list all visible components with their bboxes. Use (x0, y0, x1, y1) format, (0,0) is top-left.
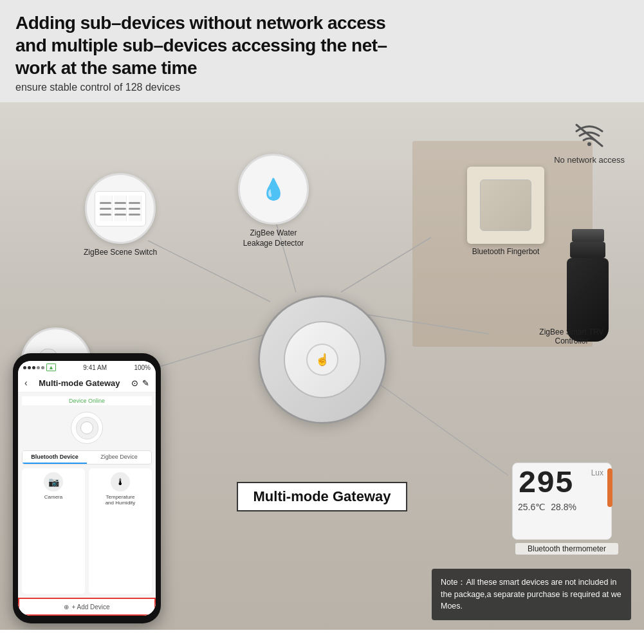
gateway-label: Multi-mode Gateway (237, 482, 408, 511)
header-title: Adding sub–devices without network acces… (15, 12, 629, 79)
no-network-badge: No network access (554, 122, 625, 165)
phone-device-card-camera: 📷 Camera (22, 468, 85, 594)
scene-switch-node: ZigBee Scene Switch (84, 173, 157, 258)
phone-gateway-icon (71, 412, 103, 444)
therm-humidity: 28.8% (551, 502, 576, 512)
wifi-indicator: ▲ (46, 363, 56, 371)
gateway-icon-inner (80, 421, 93, 434)
phone-back-icon[interactable]: ‹ (24, 378, 28, 388)
gateway-outer-circle: ☝ (258, 295, 387, 424)
gateway-device-icon (76, 417, 98, 439)
scene-switch-label: ZigBee Scene Switch (84, 248, 157, 258)
gateway-touch-icon: ☝ (315, 353, 329, 367)
phone-nav-title: Multi-mode Gateway (39, 378, 120, 388)
scene-switch-icon (95, 191, 146, 226)
phone-content: Device Online Bluetooth Device Zigbee De… (18, 392, 156, 598)
gateway-center: ☝ (258, 295, 387, 424)
note-text: Note：All these smart devices are not inc… (441, 578, 621, 611)
no-network-icon (554, 122, 625, 152)
fingerbot-label: Bluetooth Fingerbot (467, 247, 544, 256)
phone-screen: ▲ 9:41 AM 100% ‹ Multi-mode Gateway ⊙ ✎ … (18, 361, 156, 616)
trv-device (557, 228, 618, 337)
therm-body: 295 Lux 25.6℃ 28.8% (512, 463, 612, 540)
add-icon: ⊕ (64, 603, 69, 611)
water-leak-label: ZigBee WaterLeakage Detector (238, 228, 309, 248)
therm-readings: 25.6℃ 28.8% (518, 502, 606, 512)
phone-settings-icon[interactable]: ⊙ (131, 378, 138, 388)
temp-device-name: Temperatureand Humidity (106, 494, 136, 506)
no-network-label: No network access (554, 155, 625, 165)
water-leak-circle: 💧 (238, 154, 309, 225)
phone-tab-bluetooth[interactable]: Bluetooth Device (23, 451, 87, 464)
gateway-inner-circle: ☝ (284, 321, 361, 398)
phone-time: 9:41 AM (83, 364, 107, 371)
phone-tabs: Bluetooth Device Zigbee Device (22, 450, 152, 465)
switch-panel-1 (100, 196, 113, 221)
phone-device-card-temp: 🌡 Temperatureand Humidity (89, 468, 152, 594)
trv-head (570, 242, 605, 258)
main-area: No network access ZigBee Scene Switch 💧 … (0, 102, 644, 630)
phone-edit-icon[interactable]: ✎ (142, 378, 149, 388)
therm-orange-bar (607, 468, 612, 507)
phone-battery: 100% (134, 364, 151, 371)
svg-point-6 (587, 142, 591, 146)
temp-device-icon: 🌡 (111, 472, 130, 492)
thermometer-label: Bluetooth thermometer (515, 543, 618, 555)
phone-mockup: ▲ 9:41 AM 100% ‹ Multi-mode Gateway ⊙ ✎ … (13, 353, 161, 623)
therm-lux: Lux (591, 468, 603, 477)
phone-add-button[interactable]: ⊕ + Add Device (18, 598, 156, 616)
fingerbot-box (467, 167, 544, 244)
scene-switch-circle (85, 173, 156, 244)
phone-devices-grid: 📷 Camera 🌡 Temperatureand Humidity (22, 468, 152, 594)
header-subtitle: ensure stable control of 128 devices (15, 82, 629, 93)
fingerbot-icon (480, 179, 531, 231)
phone-nav-bar: ‹ Multi-mode Gateway ⊙ ✎ (18, 374, 156, 392)
trv-label: ZigBee Smart TRV Controllor (525, 327, 618, 345)
header-section: Adding sub–devices without network acces… (0, 0, 644, 102)
camera-device-icon: 📷 (44, 472, 63, 492)
phone-nav-icons: ⊙ ✎ (131, 378, 149, 388)
phone-status-bar: ▲ 9:41 AM 100% (18, 361, 156, 374)
switch-panel-3 (129, 196, 142, 221)
gateway-button[interactable]: ☝ (306, 344, 338, 376)
therm-temp: 25.6℃ (518, 502, 546, 512)
camera-device-name: Camera (44, 494, 62, 500)
note-box: Note：All these smart devices are not inc… (432, 569, 631, 620)
water-leak-node: 💧 ZigBee WaterLeakage Detector (238, 154, 309, 248)
water-drop-icon: 💧 (261, 177, 286, 201)
phone-tab-zigbee[interactable]: Zigbee Device (87, 451, 151, 464)
add-button-label: + Add Device (71, 603, 109, 611)
switch-panel-2 (114, 196, 127, 221)
trv-knob (572, 229, 604, 242)
signal-dots (23, 366, 44, 369)
phone-device-online: Device Online (22, 396, 152, 405)
